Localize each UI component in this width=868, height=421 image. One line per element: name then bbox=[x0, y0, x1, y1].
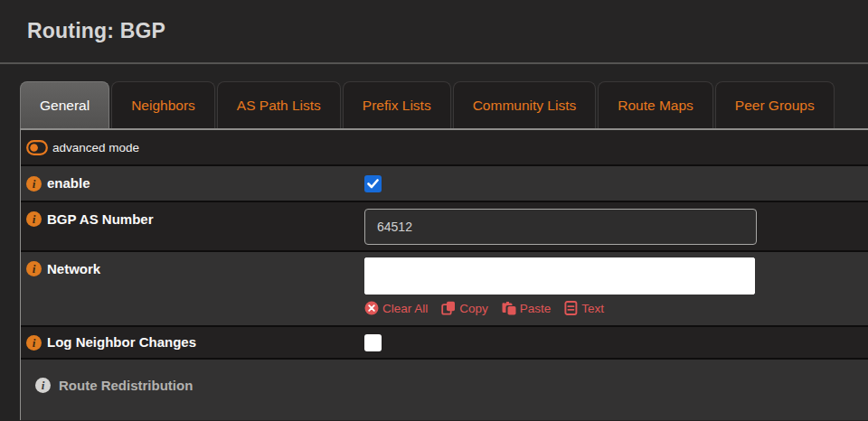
checkmark-icon bbox=[367, 176, 379, 192]
tab-neighbors-label: Neighbors bbox=[131, 98, 195, 114]
toggle-off-icon[interactable] bbox=[26, 140, 48, 155]
route-redistribution-row: i Route Redistribution bbox=[21, 360, 868, 420]
log-neighbor-changes-label: Log Neighbor Changes bbox=[47, 334, 196, 351]
paste-icon bbox=[502, 301, 516, 315]
page-header: Routing: BGP bbox=[0, 0, 868, 64]
clear-all-label: Clear All bbox=[382, 302, 428, 315]
tab-peer-groups[interactable]: Peer Groups bbox=[715, 81, 835, 128]
log-neighbor-changes-row: i Log Neighbor Changes bbox=[21, 327, 868, 360]
copy-label: Copy bbox=[459, 302, 488, 315]
enable-row: i enable bbox=[21, 166, 868, 202]
enable-checkbox[interactable] bbox=[364, 175, 382, 192]
bgp-as-number-input[interactable] bbox=[364, 209, 757, 245]
bgp-as-number-row: i BGP AS Number bbox=[21, 202, 868, 252]
advanced-mode-row[interactable]: advanced mode bbox=[21, 130, 868, 166]
text-label: Text bbox=[581, 302, 604, 315]
tab-prefix-lists[interactable]: Prefix Lists bbox=[343, 81, 451, 128]
network-row: i Network Clear All bbox=[21, 252, 868, 327]
tab-general[interactable]: General bbox=[20, 81, 109, 128]
tab-bar: General Neighbors AS Path Lists Prefix L… bbox=[20, 81, 868, 128]
text-link[interactable]: Text bbox=[564, 301, 604, 315]
tab-general-label: General bbox=[40, 98, 90, 114]
tab-community-lists-label: Community Lists bbox=[473, 98, 577, 114]
route-redistribution-label: Route Redistribution bbox=[59, 378, 193, 394]
tab-route-maps[interactable]: Route Maps bbox=[598, 81, 713, 128]
info-icon[interactable]: i bbox=[35, 378, 51, 393]
times-circle-icon bbox=[364, 301, 379, 315]
tab-peer-groups-label: Peer Groups bbox=[735, 98, 815, 114]
info-icon[interactable]: i bbox=[26, 211, 42, 227]
network-input[interactable] bbox=[364, 257, 755, 295]
clear-all-link[interactable]: Clear All bbox=[364, 301, 428, 315]
tab-neighbors[interactable]: Neighbors bbox=[111, 81, 215, 128]
network-token-actions: Clear All Copy bbox=[364, 301, 868, 315]
tab-route-maps-label: Route Maps bbox=[618, 98, 693, 114]
log-neighbor-changes-checkbox[interactable] bbox=[364, 334, 382, 351]
tab-as-path-lists-label: AS Path Lists bbox=[237, 98, 321, 114]
bgp-as-number-label: BGP AS Number bbox=[47, 211, 154, 228]
general-settings-table: advanced mode i enable i BGP AS Number bbox=[20, 128, 868, 420]
info-icon[interactable]: i bbox=[26, 176, 42, 192]
page-title: Routing: BGP bbox=[27, 19, 165, 43]
info-icon[interactable]: i bbox=[26, 335, 42, 351]
tab-as-path-lists[interactable]: AS Path Lists bbox=[217, 81, 341, 128]
network-label: Network bbox=[47, 261, 100, 277]
file-lines-icon bbox=[564, 301, 578, 315]
enable-label: enable bbox=[47, 175, 90, 192]
info-icon[interactable]: i bbox=[26, 261, 42, 276]
copy-link[interactable]: Copy bbox=[441, 301, 488, 315]
copy-icon bbox=[441, 301, 456, 315]
paste-label: Paste bbox=[520, 302, 552, 315]
paste-link[interactable]: Paste bbox=[502, 301, 552, 315]
tab-prefix-lists-label: Prefix Lists bbox=[363, 98, 431, 114]
tab-community-lists[interactable]: Community Lists bbox=[453, 81, 597, 128]
advanced-mode-label: advanced mode bbox=[52, 141, 139, 154]
